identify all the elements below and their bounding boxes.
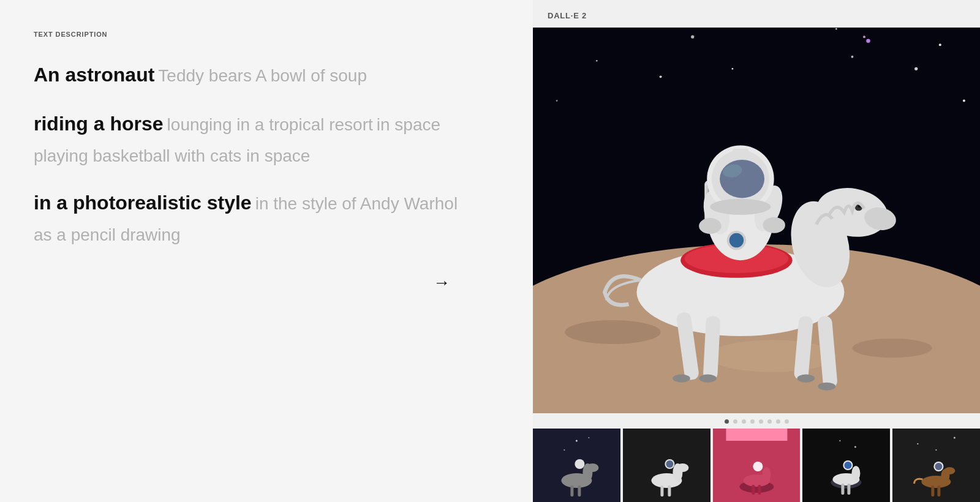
prompt-active-3[interactable]: in a photorealistic style xyxy=(34,188,252,219)
dot-1[interactable] xyxy=(725,419,729,424)
svg-point-9 xyxy=(660,75,662,78)
svg-point-82 xyxy=(840,440,841,441)
prompt-group-1: An astronaut Teddy bears A bowl of soup xyxy=(34,60,499,91)
svg-point-12 xyxy=(914,67,918,70)
svg-point-47 xyxy=(763,217,785,233)
svg-point-51 xyxy=(720,160,764,198)
prompt-active-1[interactable]: An astronaut xyxy=(34,60,154,91)
svg-point-83 xyxy=(854,446,856,448)
svg-rect-62 xyxy=(570,485,573,496)
svg-point-35 xyxy=(699,375,717,383)
svg-rect-79 xyxy=(758,485,761,495)
prompt-alt-2-2[interactable]: playing basketball with cats in space xyxy=(34,143,310,169)
prompt-line-2: riding a horse lounging in a tropical re… xyxy=(34,109,499,170)
prompt-alt-3-1[interactable]: as a pencil drawing xyxy=(34,222,181,248)
svg-point-11 xyxy=(851,56,853,58)
svg-point-15 xyxy=(866,39,870,43)
svg-point-92 xyxy=(918,443,919,444)
main-illustration xyxy=(533,28,980,413)
svg-point-58 xyxy=(588,437,589,438)
svg-point-20 xyxy=(852,339,932,358)
thumbnail-5[interactable] xyxy=(892,429,980,502)
thumbnail-1[interactable] xyxy=(533,429,620,502)
svg-rect-63 xyxy=(578,485,581,496)
svg-point-8 xyxy=(596,60,598,62)
prompt-alt-1-1[interactable]: A bowl of soup xyxy=(255,62,367,89)
svg-point-48 xyxy=(699,218,722,234)
dot-3[interactable] xyxy=(742,419,746,424)
prompt-alt-3-0[interactable]: in the style of Andy Warhol xyxy=(255,190,458,217)
svg-point-14 xyxy=(963,100,965,102)
svg-point-77 xyxy=(762,467,771,482)
svg-rect-74 xyxy=(726,429,787,441)
dot-8[interactable] xyxy=(785,419,789,424)
svg-point-3 xyxy=(691,36,694,39)
svg-point-61 xyxy=(586,463,598,472)
thumbnail-3[interactable] xyxy=(713,429,801,502)
prompt-alt-2-0[interactable]: lounging in a tropical resort xyxy=(167,111,373,138)
svg-point-44 xyxy=(729,233,744,247)
svg-rect-69 xyxy=(660,485,663,496)
dot-2[interactable] xyxy=(733,419,737,424)
thumbnail-2[interactable] xyxy=(623,429,710,502)
svg-point-7 xyxy=(939,43,941,46)
svg-point-10 xyxy=(732,68,734,70)
svg-rect-87 xyxy=(842,484,845,495)
dot-4[interactable] xyxy=(750,419,755,424)
prompt-alt-2-1[interactable]: in space xyxy=(377,111,440,138)
svg-point-80 xyxy=(753,462,763,471)
svg-point-33 xyxy=(818,383,835,391)
dot-6[interactable] xyxy=(767,419,772,424)
svg-point-101 xyxy=(935,463,943,470)
prompt-line-3: in a photorealistic style in the style o… xyxy=(34,188,499,249)
prompt-alt-1-0[interactable]: Teddy bears xyxy=(158,62,252,89)
svg-point-86 xyxy=(852,466,861,481)
next-arrow-icon[interactable]: → xyxy=(433,273,450,293)
svg-point-32 xyxy=(797,375,815,383)
thumbnails-row xyxy=(533,429,980,502)
svg-point-93 xyxy=(954,437,956,439)
arrow-row: → xyxy=(34,273,499,293)
svg-point-90 xyxy=(845,462,852,469)
dots-row xyxy=(533,413,980,429)
svg-rect-98 xyxy=(932,485,935,496)
right-panel: DALL·E 2 xyxy=(533,0,980,502)
svg-rect-99 xyxy=(938,485,941,496)
prompt-group-3: in a photorealistic style in the style o… xyxy=(34,188,499,249)
prompt-line-1: An astronaut Teddy bears A bowl of soup xyxy=(34,60,499,91)
svg-point-57 xyxy=(564,449,565,451)
left-panel: TEXT DESCRIPTION An astronaut Teddy bear… xyxy=(0,0,533,502)
svg-rect-88 xyxy=(848,484,851,495)
svg-point-13 xyxy=(556,100,558,102)
thumbnail-4[interactable] xyxy=(802,429,890,502)
svg-point-56 xyxy=(576,440,578,442)
right-header: DALL·E 2 xyxy=(533,0,980,28)
svg-point-97 xyxy=(944,467,956,474)
svg-point-72 xyxy=(666,460,673,468)
svg-rect-78 xyxy=(752,485,755,495)
dot-5[interactable] xyxy=(759,419,763,424)
svg-point-21 xyxy=(709,340,837,372)
svg-point-34 xyxy=(673,375,690,383)
svg-point-64 xyxy=(575,459,584,469)
prompt-group-2: riding a horse lounging in a tropical re… xyxy=(34,109,499,170)
svg-point-94 xyxy=(936,449,937,451)
svg-point-53 xyxy=(710,199,771,215)
main-image-container xyxy=(533,28,980,413)
dot-7[interactable] xyxy=(776,419,780,424)
svg-rect-70 xyxy=(668,485,671,496)
section-label: TEXT DESCRIPTION xyxy=(34,31,499,38)
svg-rect-54 xyxy=(733,149,748,159)
svg-point-19 xyxy=(565,320,660,344)
svg-point-68 xyxy=(676,463,688,472)
svg-point-16 xyxy=(863,36,865,38)
svg-point-5 xyxy=(835,28,837,30)
prompt-active-2[interactable]: riding a horse xyxy=(34,109,164,140)
